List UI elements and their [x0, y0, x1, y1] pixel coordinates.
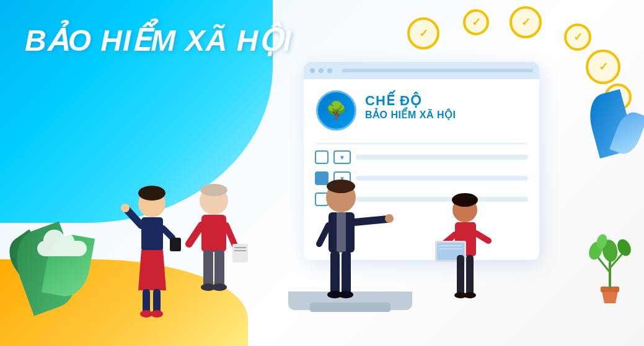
svg-line-5 [163, 228, 172, 238]
person-woman-1 [121, 186, 181, 318]
coin-3 [509, 6, 542, 38]
coin-4 [564, 24, 591, 51]
coin-5 [586, 50, 620, 84]
person-woman-laptop [435, 193, 488, 298]
svg-point-33 [338, 291, 353, 298]
svg-point-1 [138, 186, 165, 201]
panel-title-line1: CHẾ ĐỘ [365, 93, 456, 109]
svg-point-28 [385, 214, 394, 223]
svg-point-24 [327, 179, 355, 193]
panel-title-area: CHẾ ĐỘ BẢO HIỂM XÃ HỘI [365, 90, 456, 121]
cloud-1 [37, 241, 87, 256]
svg-rect-13 [201, 215, 226, 252]
svg-point-10 [151, 310, 163, 318]
svg-rect-16 [232, 244, 248, 262]
svg-rect-18 [234, 250, 246, 251]
coin-2 [463, 9, 489, 35]
svg-rect-44 [466, 255, 474, 295]
svg-rect-20 [214, 250, 224, 287]
svg-rect-2 [141, 217, 163, 251]
right-plant [588, 232, 632, 309]
svg-rect-26 [337, 212, 346, 253]
panel-dot-2 [319, 68, 324, 73]
svg-rect-6 [170, 238, 181, 251]
svg-line-3 [127, 210, 141, 225]
svg-point-35 [452, 193, 478, 207]
svg-point-4 [121, 204, 130, 212]
svg-rect-43 [457, 255, 464, 295]
person-man-suit [319, 179, 394, 298]
svg-line-27 [355, 219, 387, 222]
svg-line-29 [319, 225, 329, 244]
panel-dot-1 [310, 68, 315, 73]
panel-title-line2: BẢO HIỂM XÃ HỘI [365, 109, 456, 121]
right-plant-svg [588, 232, 632, 306]
logo-tree-icon: 🌳 [325, 100, 347, 121]
svg-line-38 [476, 233, 488, 241]
svg-rect-19 [203, 250, 213, 287]
svg-line-15 [226, 225, 236, 247]
svg-point-12 [200, 184, 227, 196]
svg-line-14 [189, 225, 201, 244]
people-illustration [93, 123, 558, 346]
svg-rect-17 [234, 247, 246, 248]
panel-address-bar [342, 69, 533, 72]
svg-rect-30 [330, 251, 340, 295]
svg-point-22 [212, 283, 227, 291]
svg-rect-31 [342, 251, 351, 295]
svg-point-53 [615, 237, 632, 258]
person-older-red [189, 184, 248, 291]
panel-header [304, 62, 539, 79]
main-title: BẢO HIỂM XÃ HỘI [25, 25, 292, 58]
svg-point-46 [464, 292, 476, 298]
main-scene: BẢO HIỂM XÃ HỘI 🌳 CHẾ ĐỘ BẢO HIỂM XÃ HỘI [0, 0, 644, 346]
coin-1 [407, 17, 439, 50]
panel-dot-3 [327, 68, 332, 73]
